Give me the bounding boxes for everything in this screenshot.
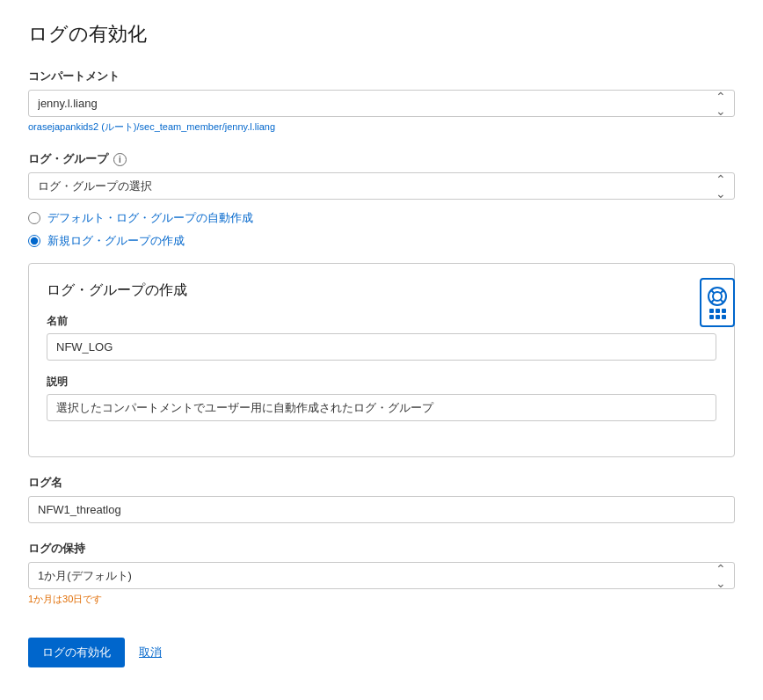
log-group-select[interactable]: ログ・グループの選択 — [28, 172, 735, 200]
description-field-block: 説明 — [47, 375, 716, 421]
help-icon-button[interactable] — [700, 278, 735, 327]
log-retention-label: ログの保持 — [28, 541, 735, 557]
compartment-label: コンパートメント — [28, 69, 735, 84]
log-group-label: ログ・グループ i — [28, 151, 735, 167]
log-group-select-wrapper: ログ・グループの選択 ⌃⌄ — [28, 172, 735, 200]
log-name-section: ログ名 — [28, 475, 735, 523]
enable-log-button[interactable]: ログの有効化 — [28, 638, 125, 667]
svg-line-2 — [712, 290, 715, 293]
radio-new-input[interactable] — [28, 235, 40, 247]
log-group-section: ログ・グループ i ログ・グループの選択 ⌃⌄ デフォルト・ログ・グループの自動… — [28, 151, 735, 457]
radio-new-create[interactable]: 新規ログ・グループの作成 — [28, 233, 735, 249]
name-field-block: 名前 — [47, 314, 716, 361]
cancel-button[interactable]: 取消 — [139, 645, 162, 660]
compartment-section: コンパートメント jenny.l.liang ⌃⌄ orasejapankids… — [28, 69, 735, 134]
footer-actions: ログの有効化 取消 — [28, 623, 735, 667]
svg-line-4 — [712, 299, 715, 302]
radio-auto-input[interactable] — [28, 212, 40, 224]
radio-new-label: 新規ログ・グループの作成 — [47, 233, 185, 249]
create-panel-title: ログ・グループの作成 — [47, 281, 716, 300]
log-name-input[interactable] — [28, 496, 735, 523]
radio-auto-create[interactable]: デフォルト・ログ・グループの自動作成 — [28, 210, 735, 226]
log-name-label: ログ名 — [28, 475, 735, 491]
svg-line-3 — [721, 290, 723, 293]
radio-auto-label: デフォルト・ログ・グループの自動作成 — [47, 210, 253, 226]
log-group-radio-group: デフォルト・ログ・グループの自動作成 新規ログ・グループの作成 — [28, 210, 735, 249]
description-field-label: 説明 — [47, 375, 716, 390]
compartment-select-wrapper: jenny.l.liang ⌃⌄ — [28, 90, 735, 117]
page-title: ログの有効化 — [28, 21, 735, 47]
create-log-group-panel: ログ・グループの作成 名前 説明 — [28, 263, 735, 457]
svg-point-0 — [708, 288, 726, 305]
compartment-breadcrumb: orasejapankids2 (ルート)/sec_team_member/je… — [28, 120, 735, 134]
log-retention-select-wrapper: 1か月(デフォルト) ⌃⌄ — [28, 562, 735, 589]
help-dots — [709, 309, 726, 319]
log-retention-section: ログの保持 1か月(デフォルト) ⌃⌄ 1か月は30日です — [28, 541, 735, 606]
log-retention-select[interactable]: 1か月(デフォルト) — [28, 562, 735, 589]
svg-line-5 — [721, 299, 723, 302]
help-lifesaver-icon — [708, 287, 727, 306]
log-retention-hint: 1か月は30日です — [28, 593, 735, 606]
log-group-info-icon[interactable]: i — [113, 153, 127, 166]
name-input[interactable] — [47, 333, 716, 361]
compartment-select[interactable]: jenny.l.liang — [28, 90, 735, 117]
name-field-label: 名前 — [47, 314, 716, 329]
description-input[interactable] — [47, 394, 716, 421]
page-container: ログの有効化 コンパートメント jenny.l.liang ⌃⌄ oraseja… — [0, 0, 763, 700]
